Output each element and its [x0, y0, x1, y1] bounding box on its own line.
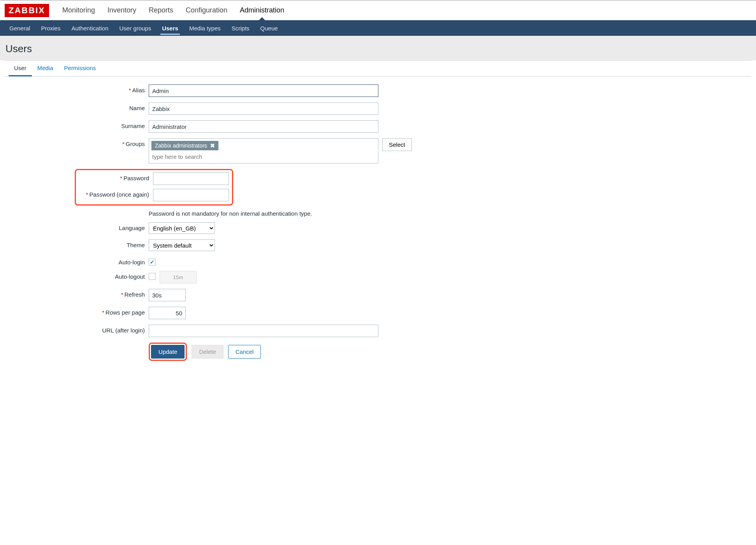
tab-permissions[interactable]: Permissions	[59, 61, 102, 76]
url-input[interactable]	[149, 325, 378, 337]
password-highlight-box: *Password *Password (once again)	[75, 169, 233, 206]
top-nav: ZABBIX Monitoring Inventory Reports Conf…	[0, 0, 756, 20]
theme-select[interactable]: System default	[149, 239, 215, 251]
page-title: Users	[5, 43, 751, 55]
groups-select-button[interactable]: Select	[382, 138, 412, 151]
content: User Media Permissions *Alias Name Surna…	[5, 60, 751, 369]
topnav-reports[interactable]: Reports	[142, 1, 179, 20]
autologin-checkbox[interactable]	[149, 258, 156, 265]
subnav-user-groups[interactable]: User groups	[114, 21, 156, 35]
delete-button: Delete	[192, 345, 223, 359]
update-button[interactable]: Update	[151, 345, 185, 359]
autologout-value	[160, 271, 197, 283]
form-buttons: Update Delete Cancel	[149, 343, 740, 361]
remove-tag-icon[interactable]: ✖	[210, 142, 215, 149]
alias-input[interactable]	[149, 84, 378, 97]
subnav-users[interactable]: Users	[156, 21, 184, 35]
surname-label: Surname	[16, 120, 149, 129]
language-select[interactable]: English (en_GB)	[149, 222, 215, 234]
logo: ZABBIX	[5, 4, 49, 17]
topnav-inventory[interactable]: Inventory	[101, 1, 142, 20]
refresh-label: *Refresh	[16, 289, 149, 298]
active-arrow-icon	[259, 17, 265, 20]
tab-user[interactable]: User	[9, 61, 32, 76]
topnav-administration-label: Administration	[240, 6, 284, 14]
subnav-queue[interactable]: Queue	[255, 21, 283, 35]
autologout-label: Auto-logout	[16, 271, 149, 280]
groups-search-input[interactable]	[151, 152, 376, 162]
password-input[interactable]	[153, 172, 229, 185]
url-label: URL (after login)	[16, 325, 149, 334]
update-highlight-box: Update	[149, 343, 187, 361]
subnav-scripts[interactable]: Scripts	[226, 21, 255, 35]
rows-input[interactable]	[149, 307, 186, 319]
sub-nav: General Proxies Authentication User grou…	[0, 20, 756, 36]
language-label: Language	[16, 222, 149, 231]
rows-label: *Rows per page	[16, 307, 149, 316]
password2-label: *Password (once again)	[79, 189, 153, 198]
name-label: Name	[16, 102, 149, 111]
group-tag-label: Zabbix administrators	[155, 142, 207, 149]
password2-input[interactable]	[153, 189, 229, 201]
name-input[interactable]	[149, 102, 378, 115]
autologout-checkbox[interactable]	[149, 273, 156, 280]
page-header: Users	[0, 36, 756, 60]
subnav-authentication[interactable]: Authentication	[66, 21, 114, 35]
user-form: *Alias Name Surname *Groups Zabbix admin…	[5, 77, 751, 369]
subnav-proxies[interactable]: Proxies	[35, 21, 66, 35]
refresh-input[interactable]	[149, 289, 186, 301]
autologin-label: Auto-login	[16, 257, 149, 265]
tab-media[interactable]: Media	[32, 61, 59, 76]
tabs: User Media Permissions	[5, 61, 751, 77]
password-label: *Password	[79, 172, 153, 181]
group-tag[interactable]: Zabbix administrators ✖	[151, 141, 218, 150]
topnav-configuration[interactable]: Configuration	[179, 1, 234, 20]
groups-label: *Groups	[16, 138, 149, 147]
topnav-monitoring[interactable]: Monitoring	[56, 1, 101, 20]
theme-label: Theme	[16, 239, 149, 248]
subnav-media-types[interactable]: Media types	[184, 21, 226, 35]
password-help-text: Password is not mandatory for non intern…	[149, 210, 312, 217]
cancel-button[interactable]: Cancel	[228, 345, 261, 359]
alias-label: *Alias	[16, 84, 149, 93]
password-help-spacer	[16, 209, 149, 212]
topnav-administration[interactable]: Administration	[234, 1, 290, 20]
surname-input[interactable]	[149, 120, 378, 133]
subnav-general[interactable]: General	[4, 21, 35, 35]
groups-multiselect[interactable]: Zabbix administrators ✖	[149, 138, 378, 164]
